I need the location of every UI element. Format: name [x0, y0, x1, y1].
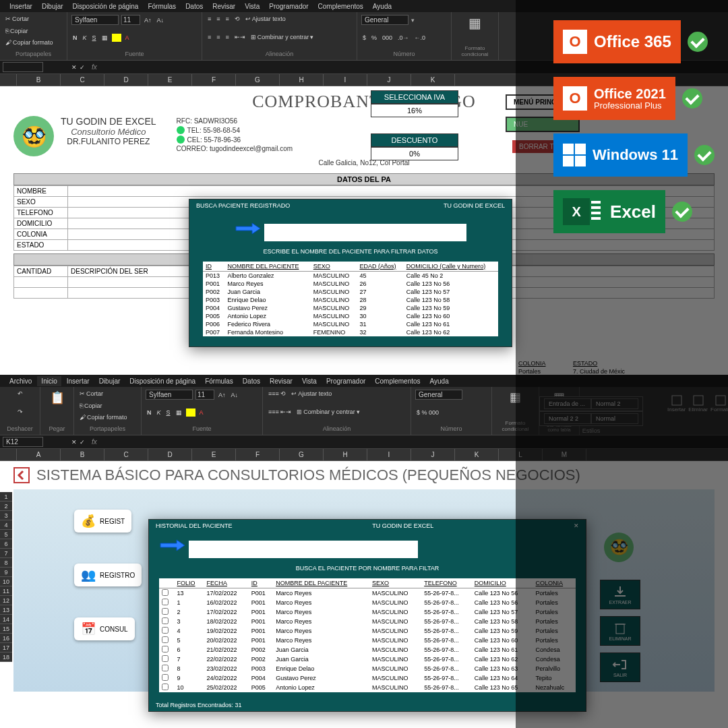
increase-font-icon[interactable]: A↑ — [217, 391, 227, 399]
align-right-icon[interactable]: ≡ — [224, 33, 231, 41]
ribbon-tab[interactable]: Fórmulas — [201, 376, 237, 386]
name-box[interactable] — [3, 437, 43, 447]
column-header[interactable]: H — [324, 449, 367, 460]
font-color-button[interactable]: A — [198, 408, 205, 417]
row-checkbox[interactable] — [162, 636, 169, 643]
column-header[interactable]: E — [192, 449, 236, 460]
font-color-button[interactable]: A — [124, 34, 131, 42]
table-row[interactable]: 621/02/2022P002Juan GarciaMASCULINO55-26… — [159, 645, 576, 655]
row-header[interactable]: 17 — [0, 643, 12, 653]
close-icon[interactable]: ✕ — [574, 522, 579, 529]
column-header[interactable]: B — [17, 74, 61, 86]
merge-button[interactable]: ⊞ Combinar y centrar ▾ — [295, 408, 361, 416]
align-top-icon[interactable]: ≡ — [206, 15, 212, 23]
fill-color-button[interactable] — [186, 408, 195, 417]
currency-icon[interactable]: $ % 000 — [415, 408, 440, 417]
ribbon-tab[interactable]: Disposición de página — [125, 376, 200, 386]
row-header[interactable]: 12 — [0, 596, 12, 605]
align-mid-icon[interactable]: ≡ — [215, 15, 221, 23]
cancel-fx-icon[interactable]: ✕ — [70, 438, 78, 446]
format-cells-button[interactable]: Formato — [710, 394, 728, 413]
table-row[interactable]: P001Marco ReyesMASCULINO26Calle 123 No 5… — [203, 280, 498, 288]
format-painter-button[interactable]: 🖌 Copiar formato — [4, 38, 63, 47]
border-button[interactable]: ▦ — [175, 408, 183, 417]
row-header[interactable]: 13 — [0, 605, 12, 615]
paste-button[interactable]: 📋 — [49, 390, 66, 406]
bold-button[interactable]: N — [71, 34, 79, 42]
column-header[interactable]: L — [499, 449, 543, 460]
row-checkbox[interactable] — [162, 674, 169, 681]
border-button[interactable]: ▦ — [100, 34, 109, 42]
row-header[interactable]: 7 — [0, 549, 12, 558]
ribbon-tab[interactable]: Programador — [265, 1, 312, 11]
redo-button[interactable]: ↷ — [16, 408, 24, 416]
copy-button[interactable]: ⎘ Copiar — [78, 402, 137, 410]
table-row[interactable]: P013Alberto GonzalezMASCULINO45Calle 45 … — [203, 271, 498, 280]
ribbon-tab[interactable]: Inicio — [37, 376, 61, 386]
table-row[interactable]: 722/02/2022P002Juan GarciaMASCULINO55-26… — [159, 655, 576, 664]
row-header[interactable]: 11 — [0, 586, 12, 596]
column-header[interactable] — [0, 449, 17, 460]
number-format-select[interactable] — [361, 15, 408, 25]
merge-button[interactable]: ⊞ Combinar y centrar ▾ — [249, 33, 315, 41]
row-header[interactable]: 8 — [0, 558, 12, 568]
table-row[interactable]: 924/02/2022P004Gustavo PerezMASCULINO55-… — [159, 673, 576, 683]
row-checkbox[interactable] — [162, 684, 169, 690]
conditional-format-icon[interactable]: ▦ — [468, 15, 481, 31]
underline-button[interactable]: S — [91, 34, 98, 42]
table-row[interactable]: 116/02/2022P001Marco ReyesMASCULINO55-26… — [159, 598, 576, 607]
table-row[interactable]: 823/02/2022P003Enrique DelaoMASCULINO55-… — [159, 664, 576, 673]
ribbon-tab[interactable]: Dibujar — [95, 376, 125, 386]
font-size-select[interactable] — [121, 15, 140, 25]
delete-cells-button[interactable]: Eliminar — [688, 394, 708, 413]
registry-button[interactable]: 👥REGISTRO — [74, 564, 142, 586]
iva-value[interactable]: 16% — [371, 104, 458, 117]
wrap-text-button[interactable]: ↩ Ajustar texto — [244, 15, 287, 23]
align-icon[interactable]: ≡≡≡ ⟲ — [267, 390, 287, 398]
column-header[interactable]: M — [543, 449, 586, 460]
conditional-format-icon[interactable]: ▦ — [510, 390, 521, 404]
row-header[interactable]: 5 — [0, 530, 12, 539]
column-header[interactable]: B — [61, 449, 104, 460]
ribbon-tab[interactable]: Programador — [322, 376, 369, 386]
table-row[interactable]: P007Fernanda MontesinoFEMENINO32Calle 12… — [203, 328, 498, 336]
column-header[interactable]: C — [104, 449, 148, 460]
row-header[interactable]: 1 — [0, 492, 12, 502]
column-header[interactable]: I — [324, 74, 367, 86]
ribbon-tab[interactable]: Datos — [239, 376, 264, 386]
ribbon-tab[interactable]: Fórmulas — [144, 1, 180, 11]
table-row[interactable]: 1025/02/2022P005Antonio LopezMASCULINO55… — [159, 683, 576, 692]
align-bot-icon[interactable]: ≡ — [224, 15, 231, 23]
ribbon-tab[interactable]: Datos — [181, 1, 207, 11]
column-header[interactable]: G — [236, 74, 280, 86]
row-header[interactable]: 15 — [0, 624, 12, 634]
decrease-font-icon[interactable]: A↓ — [156, 16, 166, 24]
column-header[interactable]: H — [280, 74, 324, 86]
row-checkbox[interactable] — [162, 617, 169, 624]
row-header[interactable]: 10 — [0, 577, 12, 586]
row-checkbox[interactable] — [162, 627, 169, 634]
back-icon[interactable] — [13, 467, 30, 483]
row-header[interactable]: 3 — [0, 511, 12, 520]
column-header[interactable]: D — [104, 74, 148, 86]
column-header[interactable]: G — [280, 449, 324, 460]
row-header[interactable]: 14 — [0, 615, 12, 624]
table-row[interactable]: 217/02/2022P001Marco ReyesMASCULINO55-26… — [159, 607, 576, 617]
ribbon-tab[interactable]: Revisar — [266, 376, 297, 386]
consult-button[interactable]: 📅CONSUL — [74, 617, 135, 640]
wrap-text-button[interactable]: ↩ Ajustar texto — [290, 390, 333, 398]
fill-color-button[interactable] — [112, 34, 121, 42]
ribbon-tab[interactable]: Ayuda — [369, 1, 396, 11]
cut-button[interactable]: ✂ Cortar — [78, 390, 137, 398]
cell-styles-gallery[interactable]: Entrada de ...Normal 2 Normal 2 2Normal … — [539, 396, 643, 435]
row-header[interactable]: 16 — [0, 634, 12, 643]
cancel-fx-icon[interactable]: ✕ — [70, 63, 78, 71]
column-header[interactable]: E — [148, 74, 192, 86]
name-box[interactable] — [3, 62, 43, 72]
row-header[interactable]: 2 — [0, 502, 12, 511]
undo-button[interactable]: ↶ — [16, 390, 24, 398]
table-row[interactable]: P004Gustavo PerezMASCULINO29Calle 123 No… — [203, 304, 498, 312]
inc-decimal-icon[interactable]: .0→ — [396, 34, 411, 42]
extract-button[interactable]: EXTRAER — [600, 580, 640, 609]
history-search-input[interactable] — [189, 541, 418, 558]
